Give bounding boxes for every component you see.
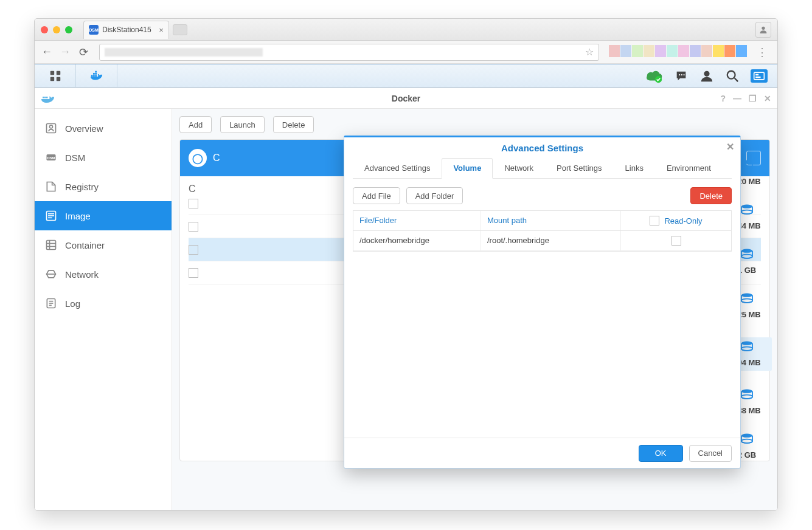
advanced-settings-modal: Advanced Settings ✕ Advanced SettingsVol… — [344, 136, 741, 469]
launch-button[interactable]: Launch — [220, 116, 265, 133]
dsm-desktop: Docker ? — ❐ ✕ Overview DSM DSM — [35, 64, 777, 510]
modal-close-icon[interactable]: ✕ — [726, 141, 734, 153]
sidebar-item-label: Network — [65, 269, 99, 280]
modal-tab-port-settings[interactable]: Port Settings — [545, 158, 613, 178]
window-close-icon[interactable]: ✕ — [764, 94, 771, 103]
browser-profile-button[interactable] — [755, 22, 771, 38]
window-help-icon[interactable]: ? — [720, 94, 726, 103]
modal-tab-network[interactable]: Network — [493, 158, 545, 178]
extension-icon[interactable] — [667, 45, 678, 57]
svg-point-49 — [741, 347, 752, 351]
cancel-button[interactable]: Cancel — [689, 445, 732, 462]
address-bar[interactable]: ☆ — [99, 44, 599, 61]
svg-point-16 — [727, 71, 735, 78]
window-minimize-icon[interactable]: — — [733, 94, 741, 103]
window-traffic-lights — [41, 26, 72, 33]
volume-readonly-checkbox[interactable] — [671, 236, 681, 246]
sidebar-item-network[interactable]: Network — [35, 260, 172, 289]
taskbar-docker-app[interactable] — [76, 64, 117, 87]
col-file-folder[interactable]: File/Folder — [353, 211, 481, 230]
address-text-blurred — [105, 48, 263, 57]
taskbar-main-menu[interactable] — [35, 64, 76, 87]
extension-icon[interactable] — [644, 45, 654, 57]
add-file-button[interactable]: Add File — [353, 187, 400, 204]
extension-icon[interactable] — [609, 45, 620, 57]
modal-tab-environment[interactable]: Environment — [655, 158, 723, 178]
widgets-icon[interactable] — [751, 69, 768, 83]
row-checkbox[interactable] — [189, 268, 198, 278]
maximize-window-button[interactable] — [65, 26, 72, 33]
ok-button[interactable]: OK — [639, 445, 683, 462]
row-checkbox[interactable] — [189, 222, 198, 232]
forward-button[interactable]: → — [59, 46, 71, 58]
modal-title: Advanced Settings ✕ — [344, 137, 740, 158]
modal-tabs: Advanced SettingsVolumeNetworkPort Setti… — [353, 158, 732, 179]
panel-header-text: C — [213, 153, 220, 163]
disk-icon — [740, 433, 754, 448]
sidebar-item-label: Registry — [65, 182, 99, 192]
modal-title-text: Advanced Settings — [501, 143, 583, 153]
extension-icon[interactable] — [736, 45, 747, 57]
extension-icon[interactable] — [632, 45, 643, 57]
docker-window: Docker ? — ❐ ✕ Overview DSM DSM — [35, 88, 777, 510]
extension-icon[interactable] — [724, 45, 735, 57]
modal-tab-volume[interactable]: Volume — [442, 158, 493, 179]
disk-icon — [740, 389, 754, 404]
delete-volume-button[interactable]: Delete — [690, 187, 732, 204]
user-icon[interactable] — [699, 69, 714, 83]
modal-tab-links[interactable]: Links — [614, 158, 655, 178]
extension-icon[interactable] — [655, 45, 666, 57]
row-checkbox[interactable] — [189, 245, 198, 255]
sidebar-item-image[interactable]: Image — [35, 201, 172, 230]
svg-point-0 — [762, 26, 765, 29]
row-checkbox[interactable] — [189, 199, 198, 208]
chat-icon[interactable] — [674, 69, 689, 83]
back-button[interactable]: ← — [41, 46, 53, 58]
browser-menu-button[interactable]: ⋮ — [753, 46, 771, 59]
extension-icon[interactable] — [690, 45, 701, 57]
extension-icon[interactable] — [678, 45, 689, 57]
svg-point-25 — [50, 125, 53, 128]
readonly-header-label: Read-Only — [664, 216, 702, 225]
minimize-window-button[interactable] — [53, 26, 60, 33]
sidebar-item-label: Container — [65, 240, 105, 250]
svg-rect-8 — [93, 72, 95, 74]
volume-row[interactable]: /docker/homebridge/root/.homebridge — [353, 231, 731, 251]
svg-rect-21 — [43, 97, 44, 98]
svg-point-48 — [741, 341, 752, 345]
svg-point-53 — [741, 439, 752, 443]
col-mount-path[interactable]: Mount path — [481, 211, 621, 230]
extension-icon[interactable] — [620, 45, 631, 57]
extension-icon[interactable] — [701, 45, 712, 57]
add-folder-button[interactable]: Add Folder — [406, 187, 463, 204]
svg-point-13 — [681, 74, 682, 75]
modal-tab-advanced-settings[interactable]: Advanced Settings — [353, 158, 442, 178]
tab-close-icon[interactable]: × — [159, 26, 164, 35]
delete-button[interactable]: Delete — [273, 116, 314, 133]
add-button[interactable]: Add — [179, 116, 212, 133]
col-read-only[interactable]: Read-Only — [621, 211, 731, 230]
search-icon[interactable] — [725, 69, 740, 83]
sidebar-item-overview[interactable]: Overview — [35, 114, 172, 143]
sidebar-item-dsm[interactable]: DSM DSM — [35, 143, 172, 172]
close-window-button[interactable] — [41, 26, 48, 33]
svg-rect-31 — [48, 218, 52, 219]
sidebar-item-container[interactable]: Container — [35, 230, 172, 260]
window-maximize-icon[interactable]: ❐ — [749, 94, 757, 103]
sidebar-item-registry[interactable]: Registry — [35, 172, 172, 201]
dsm-icon: DSM — [44, 151, 58, 164]
bookmark-star-icon[interactable]: ☆ — [585, 46, 594, 58]
browser-tab[interactable]: DSM DiskStation415 × — [83, 21, 169, 39]
readonly-header-checkbox[interactable] — [650, 216, 659, 225]
docker-titlebar: Docker ? — ❐ ✕ — [35, 88, 777, 109]
new-tab-button[interactable] — [173, 24, 187, 35]
svg-rect-29 — [48, 213, 54, 215]
cloud-status-icon[interactable] — [645, 69, 663, 83]
container-icon — [44, 238, 58, 252]
extension-icon[interactable] — [713, 45, 724, 57]
svg-rect-22 — [44, 97, 46, 98]
sidebar-item-log[interactable]: Log — [35, 289, 172, 318]
reload-button[interactable]: ⟳ — [77, 46, 89, 59]
svg-rect-19 — [755, 74, 758, 75]
svg-rect-30 — [48, 215, 54, 216]
